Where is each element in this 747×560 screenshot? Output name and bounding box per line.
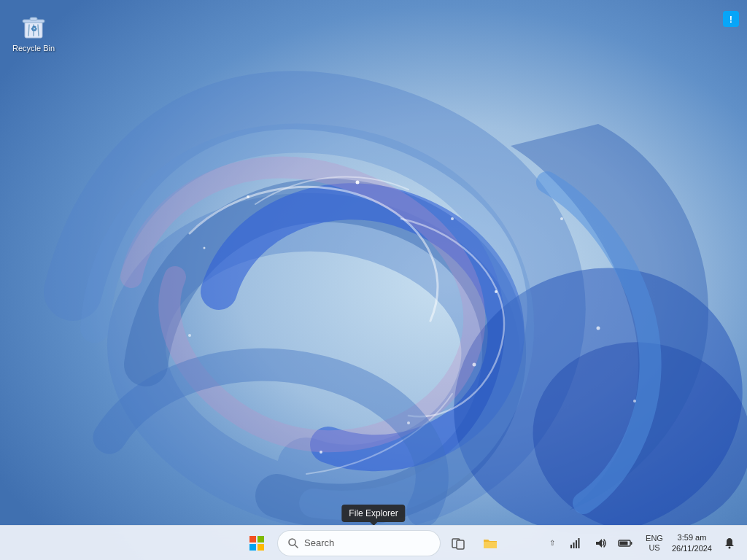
network-svg (570, 537, 581, 549)
network-icon[interactable] (564, 532, 587, 555)
region-text: US (649, 543, 659, 552)
notification-center-button[interactable] (718, 532, 741, 555)
svg-point-13 (597, 327, 600, 330)
taskbar-right: ⇧ (546, 529, 741, 558)
svg-point-2 (518, 325, 747, 550)
svg-point-10 (204, 247, 206, 249)
svg-rect-17 (30, 18, 37, 20)
svg-rect-25 (258, 536, 264, 542)
svg-point-11 (188, 334, 191, 337)
svg-rect-0 (0, 0, 747, 560)
notification-bell-icon (724, 537, 735, 549)
svg-point-8 (407, 421, 410, 424)
language-indicator[interactable]: ENG US (643, 532, 666, 553)
svg-rect-27 (258, 544, 264, 551)
system-tray[interactable] (560, 529, 641, 558)
volume-icon[interactable] (589, 532, 612, 555)
svg-rect-24 (249, 536, 256, 542)
recycle-bin-label: Recycle Bin (12, 44, 55, 53)
svg-line-18 (28, 25, 29, 36)
windows-logo-icon (249, 536, 264, 551)
battery-icon[interactable] (614, 532, 637, 555)
battery-svg (618, 537, 632, 549)
svg-point-6 (495, 290, 498, 293)
file-explorer-icon (482, 535, 498, 551)
svg-line-20 (38, 25, 39, 36)
clock-time: 3:59 am (678, 532, 707, 542)
start-button[interactable] (242, 529, 271, 558)
svg-rect-39 (620, 541, 628, 545)
svg-text:♻: ♻ (31, 25, 37, 33)
svg-rect-26 (249, 544, 256, 551)
svg-point-9 (320, 451, 322, 454)
svg-rect-32 (570, 545, 572, 548)
volume-svg (595, 537, 606, 549)
language-text: ENG (646, 534, 663, 542)
svg-line-29 (295, 545, 298, 548)
svg-point-1 (416, 228, 747, 560)
recycle-bin-icon[interactable]: ♻ Recycle Bin (7, 7, 60, 58)
svg-rect-34 (576, 540, 577, 548)
clock-date: 26/11/2024 (672, 543, 712, 553)
file-explorer-button[interactable] (476, 529, 505, 558)
svg-marker-36 (596, 539, 602, 548)
svg-rect-33 (573, 542, 575, 548)
show-hidden-icons-button[interactable]: ⇧ (546, 536, 558, 550)
clock[interactable]: 3:59 am 26/11/2024 (667, 531, 716, 555)
svg-point-14 (633, 400, 636, 402)
svg-point-3 (247, 195, 249, 198)
svg-point-40 (729, 546, 731, 548)
taskbar: Search (0, 525, 747, 560)
search-label: Search (304, 537, 334, 548)
svg-text:!: ! (729, 14, 732, 25)
file-explorer-tooltip: File Explorer (341, 505, 405, 522)
svg-point-4 (356, 181, 360, 184)
svg-point-5 (451, 217, 454, 220)
svg-rect-35 (578, 538, 580, 548)
search-bar[interactable]: Search (277, 530, 441, 556)
svg-point-12 (560, 217, 563, 220)
desktop: ♻ Recycle Bin ! File Explorer (0, 0, 747, 560)
svg-rect-31 (457, 540, 464, 549)
search-icon (288, 538, 298, 548)
task-view-icon (452, 537, 465, 550)
taskbar-center: Search (242, 529, 505, 558)
notification-icon[interactable]: ! (721, 9, 741, 29)
recycle-bin-svg: ♻ (19, 12, 48, 41)
wallpaper-art (0, 0, 747, 560)
svg-point-7 (473, 363, 476, 367)
task-view-button[interactable] (444, 529, 473, 558)
notification-svg: ! (723, 11, 739, 27)
svg-rect-38 (631, 542, 632, 545)
